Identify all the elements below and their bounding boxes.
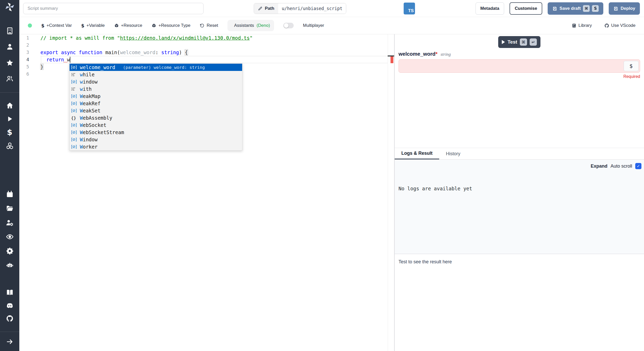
multiplayer-label: Multiplayer — [303, 23, 324, 28]
suggestion-item[interactable]: {} WebAssembly — [70, 114, 242, 121]
expand-button[interactable]: Expand — [591, 164, 607, 169]
paren-token: ) — [179, 50, 185, 55]
use-vscode-button[interactable]: Use VScode — [604, 23, 636, 28]
add-variable-label: +Variable — [87, 23, 105, 28]
import-url-link[interactable]: https://deno.land/x/windmill@v1.130.0/mo… — [120, 35, 250, 41]
docs-book-icon[interactable] — [0, 289, 19, 296]
line-number: 6 — [19, 70, 40, 78]
suggestion-item[interactable]: [⊘] Worker — [70, 143, 242, 150]
windmill-logo-icon[interactable] — [0, 2, 19, 12]
add-context-var-button[interactable]: $ +Context Var — [41, 23, 72, 28]
suggestion-item[interactable]: [⊘] WeakRef — [70, 100, 242, 107]
path-value[interactable]: u/henri/unbiased_script — [278, 3, 346, 14]
symbol-module-icon: {} — [71, 116, 80, 120]
discord-icon[interactable] — [0, 302, 19, 309]
indent-token — [40, 57, 46, 62]
welcome-word-input[interactable] — [399, 59, 640, 73]
check-icon: ✓ — [637, 164, 640, 168]
settings-gear-icon[interactable] — [0, 247, 19, 255]
tab-logs-result[interactable]: Logs & Result — [395, 148, 439, 159]
workers-robot-icon[interactable] — [0, 261, 19, 269]
autoscroll-checkbox[interactable]: ✓ — [635, 163, 641, 169]
deploy-button[interactable]: Deploy — [609, 2, 640, 15]
typescript-badge: TS — [404, 3, 415, 14]
suggestion-label: with — [80, 86, 92, 92]
suggestion-item[interactable]: [⊘] WeakSet — [70, 107, 242, 114]
groups-user-cog-icon[interactable] — [0, 219, 19, 226]
variables-dollar-icon[interactable]: $ — [0, 128, 19, 136]
script-summary-input[interactable] — [23, 3, 204, 14]
add-resource-type-button[interactable]: +Resource Type — [151, 23, 190, 28]
logs-controls: Expand Auto scroll ✓ — [591, 163, 641, 169]
symbol-variable-icon: [⊘] — [71, 137, 80, 142]
deploy-label: Deploy — [621, 6, 635, 11]
assistants-button[interactable]: Assistants (Deno) — [227, 20, 274, 31]
schedules-calendar-icon[interactable] — [0, 190, 19, 198]
suggestion-label: WeakMap — [80, 93, 100, 99]
cube-icon — [151, 23, 156, 28]
tab-history[interactable]: History — [439, 148, 467, 159]
suggestion-label: Worker — [80, 144, 98, 150]
customise-button[interactable]: Customise — [510, 2, 542, 15]
test-button[interactable]: Test ⌘ ↵ — [498, 36, 540, 48]
workspace-building-icon[interactable] — [0, 27, 19, 35]
expand-sidebar-arrow-icon[interactable] — [0, 338, 19, 346]
github-icon[interactable] — [0, 315, 19, 322]
insert-variable-button[interactable]: $ — [624, 61, 639, 71]
suggestion-item-selected[interactable]: [⊘] welcome_word (parameter) welcome_wor… — [70, 64, 242, 71]
edit-path-button[interactable]: Path — [254, 3, 278, 14]
top-bar: Path u/henri/unbiased_script TS Metadata… — [19, 0, 644, 17]
dollar-icon: $ — [41, 23, 45, 28]
result-body: Test to see the result here — [395, 254, 644, 351]
keyword-token: export — [40, 50, 61, 55]
kbd-cmd: ⌘ — [583, 5, 590, 12]
suggestion-item[interactable]: [⊘] WebSocketStream — [70, 129, 242, 136]
reset-button[interactable]: Reset — [200, 23, 218, 28]
metadata-button[interactable]: Metadata — [476, 2, 504, 15]
suggestion-item[interactable]: while — [70, 71, 242, 78]
symbol-variable-icon: [⊘] — [71, 101, 80, 106]
save-draft-button[interactable]: Save draft ⌘ S — [548, 2, 603, 15]
suggestion-item[interactable]: [⊘] WeakMap — [70, 93, 242, 100]
toolbar-left: $ +Context Var $ +Variable +Resource +Re… — [19, 17, 644, 34]
home-icon[interactable] — [0, 102, 19, 109]
multiplayer-toggle[interactable] — [283, 23, 294, 28]
logs-empty-message: No logs are available yet — [399, 186, 472, 191]
suggestion-item[interactable]: [⊘] window — [70, 78, 242, 85]
symbol-variable-icon: [⊘] — [71, 130, 80, 135]
audit-eye-icon[interactable] — [0, 233, 19, 241]
suggestion-item[interactable]: [⊘] Window — [70, 136, 242, 143]
text-cursor — [70, 57, 70, 63]
folders-icon[interactable] — [0, 205, 19, 212]
test-label: Test — [507, 39, 517, 45]
line-number: 3 — [19, 49, 40, 56]
suggestion-item[interactable]: with — [70, 85, 242, 93]
function-name-token: main — [105, 50, 117, 55]
field-header: welcome_word* string — [399, 51, 640, 57]
runs-play-icon[interactable] — [0, 115, 19, 123]
autoscroll-label: Auto scroll — [611, 164, 632, 169]
overview-ruler[interactable] — [388, 34, 394, 351]
code-editor[interactable]: 1 2 3 4 5 6 // import * as wmill from "h… — [19, 34, 394, 351]
add-variable-button[interactable]: $ +Variable — [81, 23, 105, 28]
logs-body: Expand Auto scroll ✓ No logs are availab… — [395, 160, 644, 254]
symbol-keyword-icon — [71, 72, 80, 77]
favorites-star-icon[interactable] — [0, 59, 19, 67]
add-resource-button[interactable]: +Resource — [114, 23, 142, 28]
suggestion-detail: (parameter) welcome_word: string — [123, 65, 205, 70]
editor-toolbar: $ +Context Var $ +Variable +Resource +Re… — [19, 17, 644, 34]
add-context-var-label: +Context Var — [47, 23, 72, 28]
required-asterisk: * — [435, 51, 437, 57]
logs-tabs: Logs & Result History — [395, 148, 644, 160]
resources-cubes-icon[interactable] — [0, 142, 19, 150]
users-icon[interactable] — [0, 75, 19, 83]
line-number: 5 — [19, 63, 40, 70]
user-icon[interactable] — [0, 43, 19, 51]
suggestion-label: welcome_word — [80, 64, 115, 70]
suggestion-label: WeakRef — [80, 101, 100, 106]
suggestion-item[interactable]: [⊘] WebSocket — [70, 121, 242, 129]
kbd-enter: ↵ — [530, 38, 537, 46]
library-button[interactable]: Library — [572, 23, 592, 28]
typed-word-token: w — [67, 57, 70, 62]
pencil-icon — [258, 6, 262, 11]
